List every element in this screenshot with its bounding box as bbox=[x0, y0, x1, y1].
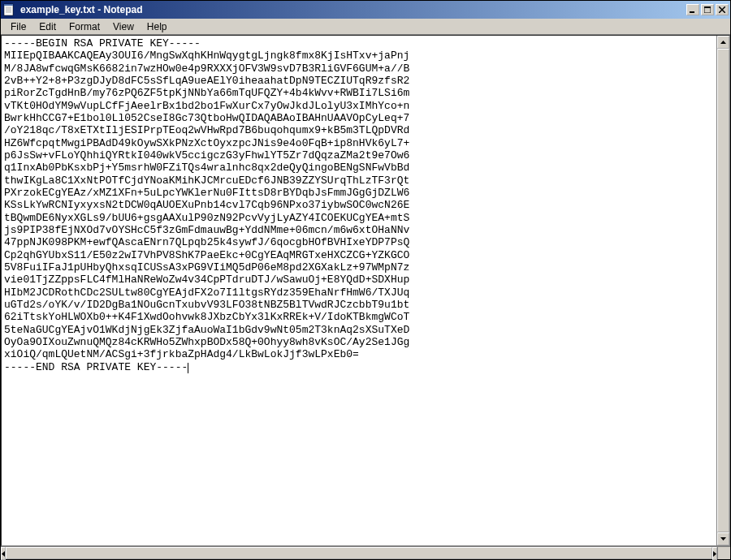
svg-rect-6 bbox=[690, 11, 694, 13]
menu-help[interactable]: Help bbox=[141, 19, 174, 34]
horizontal-scrollbar[interactable] bbox=[1, 546, 717, 559]
svg-marker-13 bbox=[2, 551, 5, 557]
menu-format[interactable]: Format bbox=[63, 19, 106, 34]
resize-grip[interactable] bbox=[717, 546, 730, 559]
svg-rect-1 bbox=[4, 4, 13, 6]
scroll-thumb-horizontal[interactable] bbox=[6, 547, 712, 559]
close-button[interactable] bbox=[716, 4, 729, 15]
text-caret bbox=[188, 363, 188, 373]
scroll-thumb-vertical[interactable] bbox=[717, 49, 729, 532]
scroll-up-button[interactable] bbox=[717, 36, 729, 49]
svg-marker-14 bbox=[713, 551, 716, 557]
svg-marker-12 bbox=[720, 537, 726, 541]
menu-view[interactable]: View bbox=[106, 19, 141, 34]
svg-rect-0 bbox=[4, 4, 13, 15]
scroll-track-horizontal[interactable] bbox=[6, 547, 712, 559]
window-controls bbox=[686, 4, 729, 15]
notepad-window: example_key.txt - Notepad File Edit Form… bbox=[0, 0, 731, 560]
menubar: File Edit Format View Help bbox=[1, 19, 730, 35]
editor-area: -----BEGIN RSA PRIVATE KEY----- MIIEpQIB… bbox=[1, 35, 730, 546]
notepad-icon bbox=[2, 3, 15, 16]
text-editor[interactable]: -----BEGIN RSA PRIVATE KEY----- MIIEpQIB… bbox=[2, 36, 716, 545]
menu-edit[interactable]: Edit bbox=[32, 19, 63, 34]
titlebar[interactable]: example_key.txt - Notepad bbox=[1, 1, 730, 19]
editor-content: -----BEGIN RSA PRIVATE KEY----- MIIEpQIB… bbox=[4, 37, 409, 373]
scroll-down-button[interactable] bbox=[717, 532, 729, 545]
minimize-button[interactable] bbox=[686, 4, 699, 15]
svg-marker-11 bbox=[720, 41, 726, 44]
menu-file[interactable]: File bbox=[4, 19, 32, 34]
vertical-scrollbar[interactable] bbox=[716, 36, 729, 545]
maximize-button[interactable] bbox=[701, 4, 714, 15]
window-title: example_key.txt - Notepad bbox=[19, 4, 686, 15]
scroll-track-vertical[interactable] bbox=[717, 49, 729, 532]
horizontal-scrollbar-area bbox=[1, 546, 730, 559]
svg-rect-8 bbox=[704, 6, 711, 8]
